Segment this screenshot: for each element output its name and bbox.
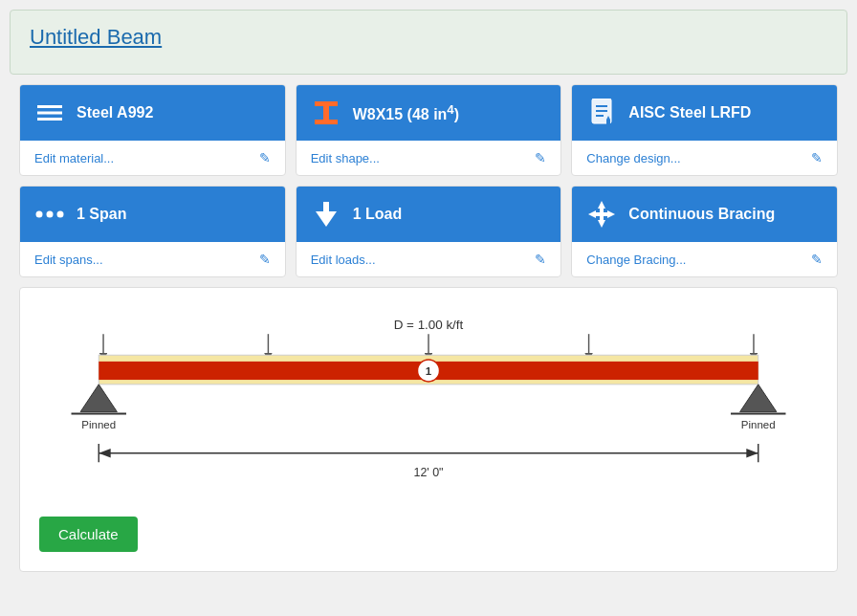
svg-marker-44: [99, 449, 110, 458]
svg-marker-38: [740, 385, 777, 412]
card-spans: 1 Span Edit spans... ✎: [19, 186, 286, 277]
dots-icon: [34, 209, 65, 220]
svg-point-13: [36, 211, 43, 218]
spans-title: 1 Span: [77, 206, 126, 223]
svg-text:D = 1.00 k/ft: D = 1.00 k/ft: [394, 318, 464, 332]
shape-title: W8X15 (48 in4): [353, 102, 459, 123]
card-material-header: Steel A992: [20, 85, 285, 141]
svg-text:Pinned: Pinned: [81, 419, 116, 430]
design-title: AISC Steel LRFD: [628, 104, 751, 121]
svg-rect-3: [315, 101, 338, 106]
card-design-footer: Change design... ✎: [572, 141, 837, 175]
card-shape: W8X15 (48 in4) Edit shape... ✎: [296, 84, 562, 176]
card-loads: 1 Load Edit loads... ✎: [296, 186, 562, 277]
edit-spans-link[interactable]: Edit spans...: [34, 253, 103, 267]
move-icon: [586, 201, 617, 228]
svg-point-15: [57, 211, 64, 218]
card-bracing-header: Continuous Bracing: [572, 187, 837, 242]
bracing-title: Continuous Bracing: [628, 206, 775, 223]
beam-diagram: D = 1.00 k/ft 1 Pinned: [39, 307, 818, 498]
svg-rect-5: [315, 120, 338, 124]
svg-rect-1: [37, 112, 62, 115]
lines-icon: [34, 103, 65, 122]
svg-marker-35: [80, 385, 117, 412]
edit-spans-icon[interactable]: ✎: [259, 252, 271, 267]
card-design: AISC Steel LRFD Change design... ✎: [571, 84, 838, 176]
beam-icon: [311, 98, 341, 128]
card-shape-header: W8X15 (48 in4): [297, 85, 561, 141]
edit-material-link[interactable]: Edit material...: [34, 151, 114, 165]
card-design-header: AISC Steel LRFD: [572, 85, 837, 141]
card-material-footer: Edit material... ✎: [20, 141, 285, 175]
edit-loads-link[interactable]: Edit loads...: [311, 253, 376, 267]
svg-rect-0: [37, 105, 62, 108]
card-shape-footer: Edit shape... ✎: [297, 141, 561, 175]
svg-rect-17: [323, 202, 329, 213]
cards-grid: Steel A992 Edit material... ✎ W8X15 (48 …: [19, 84, 838, 277]
svg-marker-16: [316, 211, 337, 227]
svg-rect-2: [37, 118, 62, 121]
diagram-container: D = 1.00 k/ft 1 Pinned: [19, 287, 838, 572]
down-arrow-icon: [311, 202, 341, 227]
svg-text:Pinned: Pinned: [741, 419, 776, 430]
page-title[interactable]: Untitled Beam: [30, 25, 827, 50]
edit-loads-icon[interactable]: ✎: [535, 252, 546, 267]
card-spans-footer: Edit spans... ✎: [20, 242, 285, 276]
card-spans-header: 1 Span: [20, 187, 285, 242]
svg-marker-11: [606, 120, 610, 127]
edit-bracing-icon[interactable]: ✎: [811, 252, 823, 267]
svg-rect-4: [323, 106, 329, 120]
main-container: Untitled Beam: [10, 10, 847, 75]
design-doc-icon: [586, 99, 617, 127]
card-loads-footer: Edit loads... ✎: [297, 242, 561, 276]
card-loads-header: 1 Load: [297, 187, 561, 242]
calculate-button[interactable]: Calculate: [39, 517, 138, 552]
svg-rect-23: [592, 212, 611, 216]
card-material: Steel A992 Edit material... ✎: [19, 84, 286, 176]
edit-shape-link[interactable]: Edit shape...: [311, 151, 380, 165]
svg-point-14: [47, 211, 54, 218]
loads-title: 1 Load: [353, 206, 403, 223]
edit-material-icon[interactable]: ✎: [259, 150, 271, 165]
material-title: Steel A992: [77, 104, 153, 121]
edit-shape-icon[interactable]: ✎: [535, 150, 546, 165]
svg-marker-45: [746, 449, 758, 458]
svg-text:1: 1: [426, 365, 432, 377]
card-bracing-footer: Change Bracing... ✎: [572, 242, 837, 276]
change-bracing-link[interactable]: Change Bracing...: [586, 253, 686, 267]
edit-design-icon[interactable]: ✎: [811, 150, 823, 165]
card-bracing: Continuous Bracing Change Bracing... ✎: [571, 186, 838, 277]
change-design-link[interactable]: Change design...: [586, 151, 680, 165]
svg-text:12' 0": 12' 0": [414, 466, 444, 479]
